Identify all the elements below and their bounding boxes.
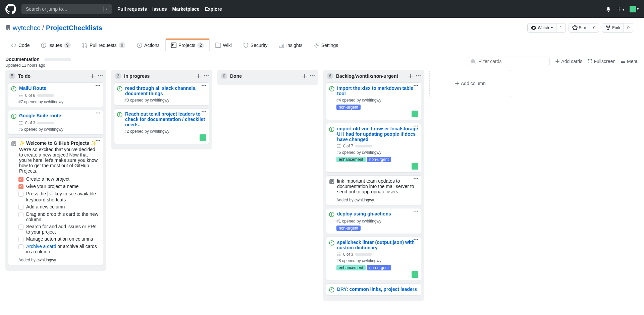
tab-issues[interactable]: Issues9	[35, 39, 76, 51]
star-button[interactable]: Star	[569, 23, 590, 33]
tab-insights[interactable]: Insights	[273, 39, 308, 51]
card-issue[interactable]: import old vue browser localstorage UI I…	[326, 123, 421, 173]
card-menu[interactable]	[202, 111, 206, 112]
add-column-button[interactable]: Add column	[429, 70, 511, 97]
card-issue[interactable]: DRY: common links, project leaders	[326, 284, 421, 296]
repo-owner-link[interactable]: wytechcc	[13, 24, 40, 32]
card-title[interactable]: Google Suite route	[19, 113, 61, 118]
github-logo[interactable]	[5, 4, 16, 14]
card-title[interactable]: import old vue browser localstorage UI I…	[337, 126, 418, 142]
fork-button[interactable]: Fork	[602, 23, 624, 33]
card-menu[interactable]	[414, 210, 418, 212]
svg-point-36	[119, 115, 120, 116]
card-note[interactable]: link important team updates to documenta…	[326, 175, 421, 205]
label-non-urgent[interactable]: non-urgent	[336, 226, 361, 231]
card-menu[interactable]	[96, 140, 100, 141]
checkbox-icon[interactable]	[18, 225, 23, 230]
column-menu[interactable]	[310, 73, 315, 79]
shield-icon	[243, 43, 249, 48]
label-enhancement[interactable]: enhancement	[336, 157, 366, 162]
checklist-item: Give your project a name	[18, 184, 100, 189]
card-issue[interactable]: Reach out to all project leaders to chec…	[114, 108, 209, 144]
card-menu[interactable]	[414, 239, 418, 240]
checkbox-icon[interactable]	[18, 237, 23, 242]
menu-button[interactable]: Menu	[621, 59, 639, 64]
add-cards-button[interactable]: Add cards	[555, 59, 582, 64]
checkbox-checked-icon[interactable]	[18, 177, 23, 182]
card-title[interactable]: MailU Route	[19, 85, 46, 91]
watch-button[interactable]: Watch▾	[527, 23, 556, 33]
filter-cards-input[interactable]	[468, 57, 550, 66]
nav-explore[interactable]: Explore	[205, 6, 222, 12]
label-enhancement[interactable]: enhancement	[336, 265, 366, 270]
search-input[interactable]	[21, 4, 112, 14]
card-title[interactable]: deploy using gh-actions	[337, 211, 391, 216]
book-icon	[215, 43, 221, 48]
github-mark-icon	[5, 4, 16, 14]
tab-wiki[interactable]: Wiki	[210, 39, 237, 51]
assignee-avatar[interactable]	[200, 134, 206, 141]
card-issue[interactable]: MailU Route 0 of 6 #7 opened by cwhiting…	[8, 82, 103, 107]
card-menu[interactable]	[96, 85, 100, 86]
svg-point-29	[205, 85, 206, 86]
card-menu[interactable]	[414, 178, 418, 179]
label-non-urgent[interactable]: non-urgent	[367, 157, 391, 162]
checkbox-icon[interactable]	[18, 205, 23, 210]
card-body: link important team updates to documenta…	[337, 178, 418, 194]
svg-point-14	[13, 89, 14, 90]
svg-point-4	[86, 46, 87, 48]
card-menu[interactable]	[414, 85, 418, 86]
column-add-card[interactable]	[302, 73, 307, 79]
repo-name-link[interactable]: ProjectChecklists	[46, 24, 102, 32]
tab-settings[interactable]: Settings	[308, 39, 344, 51]
column-menu[interactable]	[204, 73, 209, 79]
card-issue[interactable]: deploy using gh-actions #1 opened by cwh…	[326, 208, 421, 234]
label-non-urgent[interactable]: non-urgent	[336, 105, 361, 110]
issue-open-icon	[117, 112, 122, 117]
fork-count[interactable]: 0	[624, 23, 633, 33]
assignee-avatar[interactable]	[412, 111, 418, 117]
assignee-avatar[interactable]	[412, 271, 418, 278]
card-note-welcome[interactable]: ✨ Welcome to GitHub Projects ✨ We're so …	[8, 137, 103, 265]
tab-pull-requests[interactable]: Pull requests0	[76, 39, 131, 51]
tab-projects[interactable]: Projects2	[165, 39, 210, 51]
column-add-card[interactable]	[90, 73, 95, 79]
checkbox-icon[interactable]	[18, 192, 23, 197]
archive-card-link[interactable]: Archive a card	[26, 244, 56, 249]
checkbox-icon[interactable]	[18, 244, 23, 249]
svg-point-59	[417, 210, 418, 211]
tasklist-icon	[336, 252, 341, 257]
card-title[interactable]: DRY: common links, project leaders	[337, 287, 417, 292]
label-non-urgent[interactable]: non-urgent	[367, 265, 391, 270]
notifications-icon[interactable]	[606, 6, 611, 12]
watch-count[interactable]: 1	[556, 23, 566, 33]
card-menu[interactable]	[414, 125, 418, 127]
nav-issues[interactable]: Issues	[152, 6, 167, 12]
star-count[interactable]: 0	[590, 23, 599, 33]
tab-actions[interactable]: Actions	[131, 39, 165, 51]
card-issue[interactable]: import the xlsx to markdown table tool #…	[326, 82, 421, 120]
card-issue[interactable]: spellcheck linter (output.json) with cus…	[326, 237, 421, 281]
card-title[interactable]: import the xlsx to markdown table tool	[337, 85, 418, 96]
checkbox-icon[interactable]	[18, 212, 23, 217]
card-menu[interactable]	[202, 85, 206, 86]
create-new-dropdown[interactable]: ▾	[616, 6, 624, 12]
nav-marketplace[interactable]: Marketplace	[172, 6, 200, 12]
tab-code[interactable]: Code	[5, 39, 35, 51]
card-menu[interactable]	[96, 112, 100, 114]
assignee-avatar[interactable]	[412, 163, 418, 170]
card-title[interactable]: Reach out to all project leaders to chec…	[125, 111, 206, 127]
card-title[interactable]: spellcheck linter (output.json) with cus…	[337, 240, 418, 250]
column-menu[interactable]	[98, 73, 103, 79]
column-add-card[interactable]	[196, 73, 201, 79]
column-menu[interactable]	[416, 73, 421, 79]
card-title[interactable]: read through all slack channels, documen…	[125, 85, 206, 96]
card-issue[interactable]: Google Suite route 0 of 3 #6 opened by c…	[8, 110, 103, 135]
nav-pull-requests[interactable]: Pull requests	[117, 6, 147, 12]
checkbox-checked-icon[interactable]	[18, 184, 23, 189]
tab-security[interactable]: Security	[237, 39, 273, 51]
fullscreen-button[interactable]: Fullscreen	[588, 59, 615, 64]
card-issue[interactable]: read through all slack channels, documen…	[114, 82, 209, 106]
user-menu[interactable]: ▾	[630, 6, 639, 12]
column-add-card[interactable]	[408, 73, 413, 79]
